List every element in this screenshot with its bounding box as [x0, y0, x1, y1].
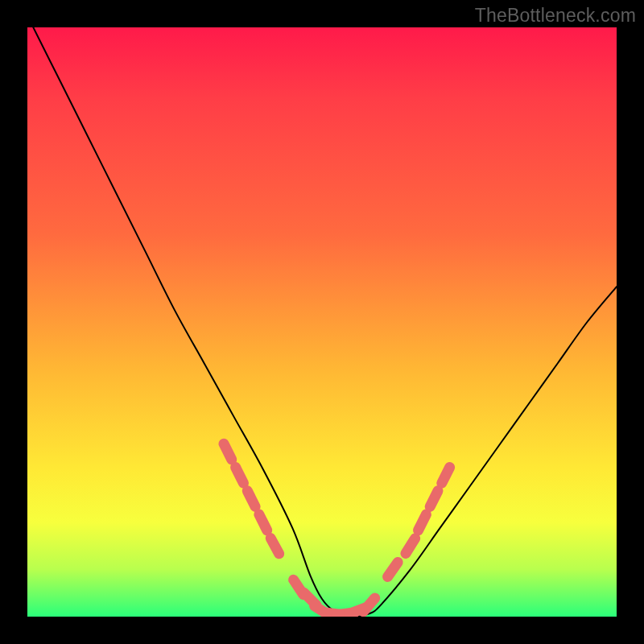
- marker-point: [259, 514, 267, 530]
- marker-point: [247, 491, 255, 507]
- marker-point: [224, 444, 232, 460]
- marker-point: [363, 598, 374, 612]
- marker-point: [349, 608, 366, 614]
- chart-frame: TheBottleneck.com: [0, 0, 644, 644]
- watermark-text: TheBottleneck.com: [475, 5, 636, 27]
- marker-point: [430, 491, 438, 507]
- marker-point: [406, 539, 415, 554]
- marker-point: [315, 606, 330, 616]
- marker-point: [236, 467, 244, 483]
- marker-point: [419, 514, 427, 530]
- curve-svg: [27, 27, 617, 617]
- marker-point: [336, 613, 354, 615]
- marker-point: [442, 467, 450, 483]
- highlighted-points-group: [224, 444, 450, 615]
- plot-area: [27, 27, 617, 617]
- marker-point: [294, 580, 303, 594]
- marker-point: [388, 562, 398, 576]
- marker-point: [304, 592, 317, 605]
- bottleneck-curve-path: [33, 27, 617, 617]
- marker-point: [270, 539, 279, 554]
- marker-point: [325, 613, 343, 615]
